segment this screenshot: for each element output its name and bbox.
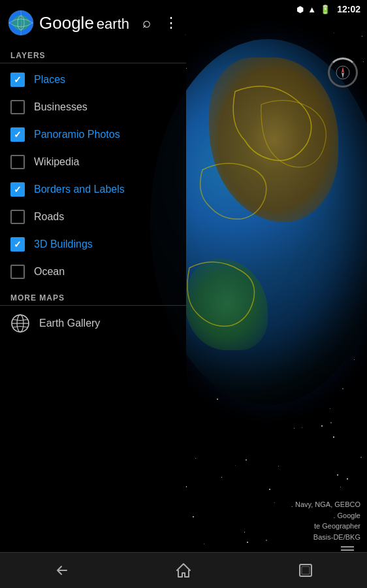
status-time: 12:02 bbox=[337, 4, 360, 14]
checkbox-roads[interactable] bbox=[10, 210, 25, 224]
svg-rect-11 bbox=[302, 566, 310, 574]
bluetooth-icon: ⬢ bbox=[296, 5, 304, 14]
checkbox-ocean[interactable] bbox=[10, 265, 25, 279]
layer-label-panoramio-photos: Panoramio Photos bbox=[34, 129, 120, 140]
checkbox-wikipedia[interactable] bbox=[10, 155, 25, 169]
layer-label-places: Places bbox=[34, 74, 65, 86]
layer-label-wikipedia: Wikipedia bbox=[34, 156, 79, 168]
checkbox-businesses[interactable] bbox=[10, 100, 25, 114]
attribution-line-3: te Geographer bbox=[291, 521, 360, 532]
layer-item-ocean[interactable]: Ocean bbox=[0, 258, 186, 286]
layers-list: PlacesBusinessesPanoramio PhotosWikipedi… bbox=[0, 66, 186, 286]
layer-label-businesses: Businesses bbox=[34, 101, 88, 113]
layer-item-places[interactable]: Places bbox=[0, 66, 186, 93]
layer-label-3d-buildings: 3D Buildings bbox=[34, 238, 93, 250]
layer-item-roads[interactable]: Roads bbox=[0, 203, 186, 231]
wifi-icon: ▲ bbox=[308, 5, 316, 14]
recent-apps-button[interactable] bbox=[279, 554, 332, 587]
layer-item-panoramio-photos[interactable]: Panoramio Photos bbox=[0, 121, 186, 148]
checkbox-places[interactable] bbox=[10, 73, 25, 87]
more-maps-divider bbox=[0, 305, 186, 306]
attribution: . Navy, NGA, GEBCO . Google te Geographe… bbox=[291, 499, 360, 542]
checkbox-borders-and-labels[interactable] bbox=[10, 182, 25, 197]
layer-item-businesses[interactable]: Businesses bbox=[0, 93, 186, 121]
attribution-line-2: . Google bbox=[291, 510, 360, 521]
layer-label-borders-and-labels: Borders and Labels bbox=[34, 184, 125, 195]
svg-marker-1 bbox=[342, 67, 344, 73]
map-item-earth-gallery[interactable]: Earth Gallery bbox=[0, 308, 186, 338]
layer-item-3d-buildings[interactable]: 3D Buildings bbox=[0, 231, 186, 258]
map-label-earth-gallery: Earth Gallery bbox=[39, 318, 100, 329]
attribution-line-4: Basis-DE/BKG bbox=[291, 532, 360, 543]
layer-item-borders-and-labels[interactable]: Borders and Labels bbox=[0, 176, 186, 203]
attribution-line-1: . Navy, NGA, GEBCO bbox=[291, 499, 360, 510]
checkbox-panoramio-photos[interactable] bbox=[10, 127, 25, 142]
home-button[interactable] bbox=[157, 554, 210, 587]
layer-label-ocean: Ocean bbox=[34, 266, 65, 278]
sidebar-panel: Google earth ⌕ ⋮ LAYERS PlacesBusinesses… bbox=[0, 0, 186, 562]
layers-section-label: LAYERS bbox=[0, 46, 186, 63]
globe-icon bbox=[10, 314, 30, 333]
bottom-nav bbox=[0, 552, 367, 588]
battery-icon: 🔋 bbox=[320, 5, 330, 14]
svg-marker-9 bbox=[177, 564, 190, 577]
layers-divider bbox=[0, 63, 186, 63]
more-maps-section-label: MORE MAPS bbox=[0, 288, 186, 305]
svg-marker-2 bbox=[342, 73, 344, 78]
status-bar: ⬢ ▲ 🔋 12:02 bbox=[0, 0, 367, 18]
more-maps-list: Earth Gallery bbox=[0, 308, 186, 338]
compass-indicator bbox=[328, 57, 358, 88]
layer-label-roads: Roads bbox=[34, 211, 64, 223]
back-button[interactable] bbox=[35, 554, 88, 587]
checkbox-3d-buildings[interactable] bbox=[10, 237, 25, 252]
layer-item-wikipedia[interactable]: Wikipedia bbox=[0, 148, 186, 176]
